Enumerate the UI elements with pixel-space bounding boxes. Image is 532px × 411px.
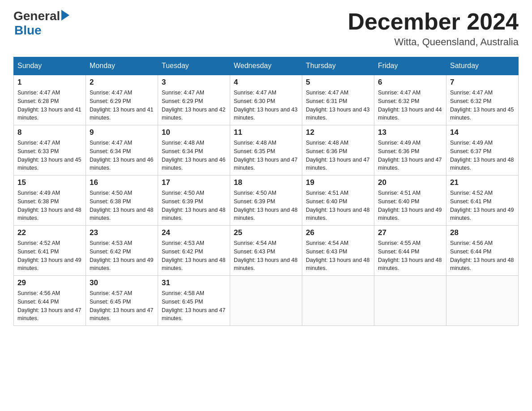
calendar-cell: 14Sunrise: 4:49 AMSunset: 6:37 PMDayligh… (446, 125, 519, 176)
calendar-cell: 24Sunrise: 4:53 AMSunset: 6:42 PMDayligh… (158, 226, 230, 276)
calendar-cell: 5Sunrise: 4:47 AMSunset: 6:31 PMDaylight… (302, 75, 374, 125)
calendar-cell: 16Sunrise: 4:50 AMSunset: 6:38 PMDayligh… (86, 176, 158, 226)
day-number: 3 (162, 78, 226, 87)
day-info: Sunrise: 4:49 AMSunset: 6:38 PMDaylight:… (17, 189, 82, 223)
calendar-cell: 17Sunrise: 4:50 AMSunset: 6:39 PMDayligh… (158, 176, 230, 226)
day-number: 22 (17, 228, 82, 237)
calendar-cell: 8Sunrise: 4:47 AMSunset: 6:33 PMDaylight… (14, 125, 86, 176)
title-block: December 2024 Witta, Queensland, Austral… (348, 9, 519, 48)
day-header-saturday: Saturday (446, 57, 519, 75)
day-number: 20 (378, 178, 442, 187)
calendar-cell: 13Sunrise: 4:49 AMSunset: 6:36 PMDayligh… (374, 125, 446, 176)
calendar-subtitle: Witta, Queensland, Australia (348, 36, 519, 48)
calendar-cell (446, 276, 519, 326)
day-number: 10 (162, 128, 226, 137)
day-number: 25 (234, 228, 298, 237)
day-number: 8 (17, 128, 82, 137)
day-info: Sunrise: 4:47 AMSunset: 6:29 PMDaylight:… (162, 89, 226, 122)
day-number: 4 (234, 78, 298, 87)
calendar-cell: 18Sunrise: 4:50 AMSunset: 6:39 PMDayligh… (230, 176, 302, 226)
day-info: Sunrise: 4:48 AMSunset: 6:34 PMDaylight:… (162, 139, 226, 172)
day-number: 24 (162, 228, 226, 237)
day-info: Sunrise: 4:52 AMSunset: 6:41 PMDaylight:… (450, 189, 515, 223)
calendar-cell: 25Sunrise: 4:54 AMSunset: 6:43 PMDayligh… (230, 226, 302, 276)
day-number: 17 (162, 178, 226, 187)
day-number: 5 (306, 78, 370, 87)
day-number: 11 (234, 128, 298, 137)
logo: General Blue (13, 9, 69, 38)
day-info: Sunrise: 4:54 AMSunset: 6:43 PMDaylight:… (306, 239, 370, 273)
day-header-tuesday: Tuesday (158, 57, 230, 75)
calendar-cell: 22Sunrise: 4:52 AMSunset: 6:41 PMDayligh… (14, 226, 86, 276)
calendar-table: SundayMondayTuesdayWednesdayThursdayFrid… (13, 57, 519, 326)
day-info: Sunrise: 4:56 AMSunset: 6:44 PMDaylight:… (17, 289, 82, 323)
calendar-cell: 3Sunrise: 4:47 AMSunset: 6:29 PMDaylight… (158, 75, 230, 125)
calendar-cell: 20Sunrise: 4:51 AMSunset: 6:40 PMDayligh… (374, 176, 446, 226)
calendar-cell: 29Sunrise: 4:56 AMSunset: 6:44 PMDayligh… (14, 276, 86, 326)
day-number: 21 (450, 178, 515, 187)
calendar-week-row: 1Sunrise: 4:47 AMSunset: 6:28 PMDaylight… (14, 75, 519, 125)
day-info: Sunrise: 4:47 AMSunset: 6:31 PMDaylight:… (306, 89, 370, 122)
calendar-cell: 2Sunrise: 4:47 AMSunset: 6:29 PMDaylight… (86, 75, 158, 125)
calendar-week-row: 22Sunrise: 4:52 AMSunset: 6:41 PMDayligh… (14, 226, 519, 276)
day-number: 1 (17, 78, 82, 87)
calendar-cell: 10Sunrise: 4:48 AMSunset: 6:34 PMDayligh… (158, 125, 230, 176)
day-info: Sunrise: 4:53 AMSunset: 6:42 PMDaylight:… (90, 239, 154, 273)
day-number: 19 (306, 178, 370, 187)
day-number: 30 (90, 278, 154, 287)
day-info: Sunrise: 4:51 AMSunset: 6:40 PMDaylight:… (378, 189, 442, 223)
day-number: 15 (17, 178, 82, 187)
calendar-cell: 26Sunrise: 4:54 AMSunset: 6:43 PMDayligh… (302, 226, 374, 276)
calendar-cell: 11Sunrise: 4:48 AMSunset: 6:35 PMDayligh… (230, 125, 302, 176)
day-header-friday: Friday (374, 57, 446, 75)
day-info: Sunrise: 4:50 AMSunset: 6:39 PMDaylight:… (162, 189, 226, 223)
day-number: 12 (306, 128, 370, 137)
day-info: Sunrise: 4:55 AMSunset: 6:44 PMDaylight:… (378, 239, 442, 273)
calendar-header-row: SundayMondayTuesdayWednesdayThursdayFrid… (14, 57, 519, 75)
day-number: 29 (17, 278, 82, 287)
calendar-cell: 7Sunrise: 4:47 AMSunset: 6:32 PMDaylight… (446, 75, 519, 125)
calendar-cell: 15Sunrise: 4:49 AMSunset: 6:38 PMDayligh… (14, 176, 86, 226)
day-info: Sunrise: 4:49 AMSunset: 6:36 PMDaylight:… (378, 139, 442, 172)
calendar-cell: 19Sunrise: 4:51 AMSunset: 6:40 PMDayligh… (302, 176, 374, 226)
calendar-cell: 6Sunrise: 4:47 AMSunset: 6:32 PMDaylight… (374, 75, 446, 125)
day-header-monday: Monday (86, 57, 158, 75)
day-info: Sunrise: 4:47 AMSunset: 6:33 PMDaylight:… (17, 139, 82, 172)
calendar-week-row: 29Sunrise: 4:56 AMSunset: 6:44 PMDayligh… (14, 276, 519, 326)
day-number: 28 (450, 228, 515, 237)
calendar-title: December 2024 (348, 9, 519, 34)
day-number: 16 (90, 178, 154, 187)
day-header-thursday: Thursday (302, 57, 374, 75)
day-number: 23 (90, 228, 154, 237)
calendar-cell: 27Sunrise: 4:55 AMSunset: 6:44 PMDayligh… (374, 226, 446, 276)
calendar-cell: 23Sunrise: 4:53 AMSunset: 6:42 PMDayligh… (86, 226, 158, 276)
day-number: 7 (450, 78, 515, 87)
day-info: Sunrise: 4:47 AMSunset: 6:34 PMDaylight:… (90, 139, 154, 172)
day-info: Sunrise: 4:47 AMSunset: 6:28 PMDaylight:… (17, 89, 82, 122)
day-number: 26 (306, 228, 370, 237)
calendar-week-row: 8Sunrise: 4:47 AMSunset: 6:33 PMDaylight… (14, 125, 519, 176)
calendar-cell (230, 276, 302, 326)
day-info: Sunrise: 4:47 AMSunset: 6:29 PMDaylight:… (90, 89, 154, 122)
day-info: Sunrise: 4:56 AMSunset: 6:44 PMDaylight:… (450, 239, 515, 273)
day-info: Sunrise: 4:51 AMSunset: 6:40 PMDaylight:… (306, 189, 370, 223)
day-info: Sunrise: 4:57 AMSunset: 6:45 PMDaylight:… (90, 289, 154, 323)
calendar-cell: 4Sunrise: 4:47 AMSunset: 6:30 PMDaylight… (230, 75, 302, 125)
calendar-cell: 30Sunrise: 4:57 AMSunset: 6:45 PMDayligh… (86, 276, 158, 326)
day-info: Sunrise: 4:54 AMSunset: 6:43 PMDaylight:… (234, 239, 298, 273)
calendar-week-row: 15Sunrise: 4:49 AMSunset: 6:38 PMDayligh… (14, 176, 519, 226)
logo-general-text: General (13, 9, 60, 23)
calendar-cell: 31Sunrise: 4:58 AMSunset: 6:45 PMDayligh… (158, 276, 230, 326)
day-number: 31 (162, 278, 226, 287)
logo-arrow-icon (61, 10, 69, 21)
calendar-cell: 9Sunrise: 4:47 AMSunset: 6:34 PMDaylight… (86, 125, 158, 176)
logo-blue-text: Blue (14, 23, 69, 38)
day-info: Sunrise: 4:48 AMSunset: 6:36 PMDaylight:… (306, 139, 370, 172)
calendar-cell: 1Sunrise: 4:47 AMSunset: 6:28 PMDaylight… (14, 75, 86, 125)
day-number: 13 (378, 128, 442, 137)
day-number: 2 (90, 78, 154, 87)
day-header-sunday: Sunday (14, 57, 86, 75)
calendar-cell (374, 276, 446, 326)
day-header-wednesday: Wednesday (230, 57, 302, 75)
day-number: 14 (450, 128, 515, 137)
